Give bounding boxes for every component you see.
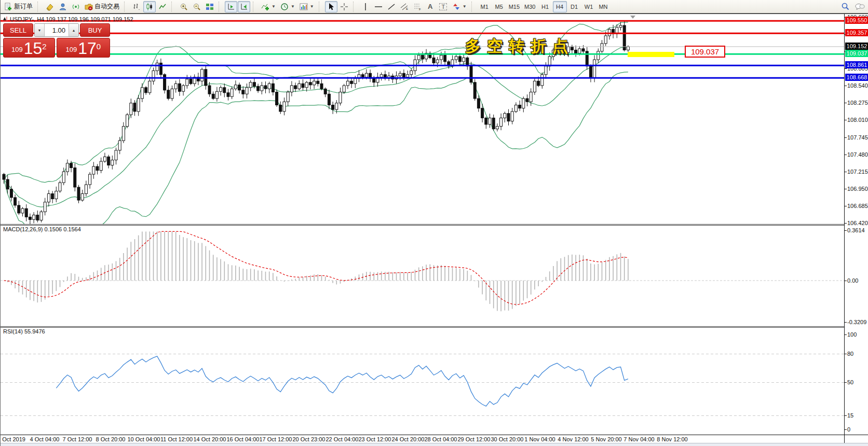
crosshair-button[interactable] [338, 1, 350, 12]
cursor-icon [327, 3, 335, 11]
indicators-button[interactable]: ▼ [259, 1, 278, 12]
time-label: 29 Oct 12:00 [458, 436, 491, 442]
vertical-line-button[interactable] [359, 1, 372, 12]
line-chart-icon [158, 3, 167, 11]
periods-button[interactable]: ▼ [278, 1, 297, 12]
volume-up-button[interactable]: ▲ [69, 24, 78, 36]
eraser-icon [46, 3, 54, 11]
chat-icon [855, 3, 865, 11]
tf-button-h1[interactable]: H1 [538, 1, 552, 12]
macd-panel[interactable] [1, 225, 844, 326]
macd-tick: -0.3209 [847, 319, 866, 325]
chart-annotation-text[interactable]: 多空转折点 [465, 36, 574, 57]
rsi-tick: 50 [847, 379, 853, 385]
templates-icon [300, 3, 308, 11]
rsi-panel[interactable] [1, 327, 844, 435]
horizontal-line-button[interactable] [372, 1, 385, 12]
chevron-down-icon: ▼ [310, 4, 314, 9]
zoom-in-icon [180, 3, 188, 11]
time-axis[interactable]: 2 Oct 20194 Oct 04:007 Oct 12:008 Oct 20… [1, 435, 844, 443]
autotrading-icon [85, 3, 93, 11]
zoom-out-button[interactable] [191, 1, 203, 12]
zoom-in-button[interactable] [178, 1, 190, 12]
tile-windows-button[interactable] [204, 1, 216, 12]
candlestick-chart-button[interactable] [143, 1, 156, 12]
time-label: 1 Nov 04:00 [524, 436, 555, 442]
autotrading-button[interactable]: 自动交易 [83, 1, 121, 12]
buy-button[interactable]: BUY [80, 23, 110, 37]
candlestick-chart-icon [145, 3, 154, 11]
tile-windows-icon [206, 3, 214, 11]
time-label: 10 Oct 04:00 [128, 436, 160, 442]
time-label: 4 Nov 12:00 [558, 436, 588, 442]
tf-button-d1[interactable]: D1 [567, 1, 581, 12]
price-tick: 107.745 [847, 134, 868, 141]
signal-icon [72, 3, 80, 11]
current-price-label: 109.152 [845, 43, 868, 50]
profiles-button[interactable] [57, 1, 69, 12]
time-label: 22 Oct 04:00 [326, 436, 359, 442]
horizontal-line-icon [374, 3, 383, 11]
time-label: 24 Oct 20:00 [392, 436, 425, 442]
tf-button-h4[interactable]: H4 [553, 1, 567, 12]
chart-shift-icon [240, 3, 248, 11]
tf-button-w1[interactable]: W1 [582, 1, 596, 12]
sell-button[interactable]: SELL [3, 23, 33, 37]
volume-input[interactable] [45, 24, 69, 36]
buy-price[interactable]: 109 17 0 [57, 38, 110, 58]
templates-button[interactable]: ▼ [297, 1, 316, 12]
trendline-icon [387, 3, 396, 11]
search-button[interactable] [839, 1, 852, 12]
text-label-tool-button[interactable]: T [437, 1, 450, 12]
price-tick: 108.010 [847, 117, 868, 123]
new-order-button[interactable]: 新订单 [2, 1, 35, 12]
price-axis[interactable]: 109.600109.335109.070108.805108.540108.2… [844, 14, 868, 435]
tf-button-mn[interactable]: MN [596, 1, 611, 12]
eraser-button[interactable] [44, 1, 56, 12]
tf-button-m15[interactable]: M15 [507, 1, 522, 12]
symbol-title: USDJPY-, H4 109.137 109.196 109.071 109.… [3, 16, 133, 22]
time-label: 7 Oct 12:00 [63, 436, 92, 442]
level-price-label: 108.668 [845, 74, 868, 81]
clock-icon [280, 3, 289, 11]
fibonacci-button[interactable]: F [411, 1, 424, 12]
chat-button[interactable] [852, 1, 867, 12]
arrows-tool-icon [452, 3, 460, 11]
equidistant-channel-button[interactable]: E [398, 1, 411, 12]
auto-scroll-button[interactable] [225, 1, 237, 12]
axis-corner [844, 435, 868, 443]
trendline-button[interactable] [385, 1, 398, 12]
toolbar-separator [319, 2, 323, 12]
tf-button-m5[interactable]: M5 [492, 1, 506, 12]
chart-shift-button[interactable] [238, 1, 250, 12]
time-label: 30 Oct 20:00 [491, 436, 524, 442]
tf-button-m1[interactable]: M1 [478, 1, 492, 12]
toolbar-separator [253, 2, 257, 12]
text-tool-button[interactable]: A [424, 1, 437, 12]
level-price-label: 109.550 [845, 17, 868, 24]
cursor-button[interactable] [325, 1, 337, 12]
time-label: 20 Oct 23:00 [293, 436, 326, 442]
auto-scroll-icon [227, 3, 235, 11]
line-chart-button[interactable] [156, 1, 169, 12]
buy-price-sup: 0 [97, 38, 101, 55]
tf-button-m30[interactable]: M30 [522, 1, 537, 12]
rsi-tick: 0 [847, 426, 850, 433]
arrows-tool-button[interactable]: ▼ [450, 1, 469, 12]
time-label: 11 Oct 12:00 [160, 436, 193, 442]
signal-button[interactable] [70, 1, 82, 12]
bar-chart-button[interactable] [130, 1, 143, 12]
svg-text:E: E [406, 7, 408, 10]
text-tool-icon: A [428, 3, 432, 10]
price-tick: 107.480 [847, 151, 868, 158]
indicators-icon [261, 3, 269, 11]
price-callout[interactable]: 109.037 [685, 46, 725, 58]
bottom-strip [1, 443, 868, 446]
price-tick: 108.275 [847, 100, 868, 106]
volume-down-button[interactable]: ▼ [35, 24, 45, 36]
sell-price[interactable]: 109 15 2 [3, 38, 55, 58]
mt4-window: 新订单 自动交易 [0, 0, 868, 446]
rsi-tick: 100 [847, 331, 857, 338]
chart-shift-marker[interactable] [630, 16, 635, 19]
sell-price-small: 109 [11, 44, 23, 56]
